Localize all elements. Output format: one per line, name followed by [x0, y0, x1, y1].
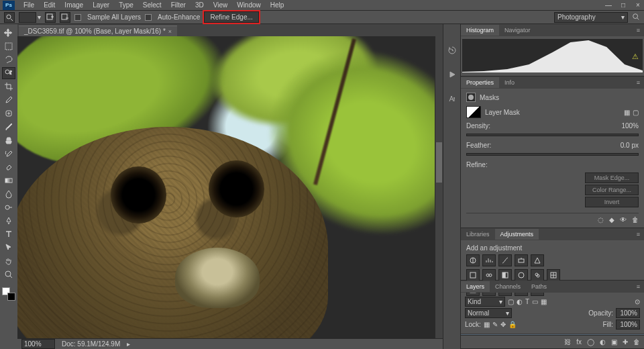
- path-selection-tool[interactable]: [2, 242, 15, 254]
- search-icon[interactable]: [632, 13, 640, 22]
- vector-mask-icon[interactable]: ▢: [633, 109, 639, 116]
- fill-value[interactable]: 100%: [616, 319, 640, 330]
- black-white-icon[interactable]: [498, 269, 512, 281]
- actions-panel-icon[interactable]: [446, 68, 458, 81]
- density-value[interactable]: 100%: [621, 122, 639, 130]
- adjustments-tab[interactable]: Adjustments: [495, 229, 539, 240]
- menu-window[interactable]: Window: [232, 0, 266, 11]
- menu-layer[interactable]: Layer: [88, 0, 114, 11]
- menu-edit[interactable]: Edit: [39, 0, 60, 11]
- hue-saturation-icon[interactable]: [466, 269, 480, 281]
- channel-mixer-icon[interactable]: [531, 269, 544, 281]
- photo-filter-icon[interactable]: [515, 269, 528, 281]
- layer-mask-thumb[interactable]: [466, 106, 481, 118]
- dodge-tool[interactable]: [2, 201, 15, 213]
- background-color[interactable]: [7, 293, 15, 301]
- zoom-level[interactable]: 100%: [21, 339, 55, 349]
- vibrance-icon[interactable]: [531, 254, 544, 266]
- menu-file[interactable]: File: [19, 0, 39, 11]
- info-tab[interactable]: Info: [499, 77, 520, 88]
- paths-tab[interactable]: Paths: [526, 281, 552, 292]
- menu-select[interactable]: Select: [138, 0, 166, 11]
- filter-adjust-icon[interactable]: ◐: [517, 298, 523, 305]
- eraser-tool[interactable]: [2, 161, 15, 173]
- menu-3d[interactable]: 3D: [191, 0, 209, 11]
- density-slider[interactable]: [466, 134, 639, 136]
- character-panel-icon[interactable]: [446, 93, 458, 105]
- brightness-contrast-icon[interactable]: [466, 254, 480, 266]
- libraries-tab[interactable]: Libraries: [461, 229, 495, 240]
- scrollbar-thumb[interactable]: [436, 142, 442, 183]
- close-tab-icon[interactable]: ×: [168, 28, 172, 35]
- apply-mask-icon[interactable]: ◆: [609, 216, 614, 223]
- panel-menu-icon[interactable]: ≡: [633, 281, 644, 292]
- workspace-selector[interactable]: Photography▾: [554, 12, 628, 23]
- type-tool[interactable]: [2, 228, 15, 240]
- tool-preset-picker[interactable]: [4, 12, 15, 23]
- load-selection-icon[interactable]: ◌: [598, 216, 604, 223]
- layers-tab[interactable]: Layers: [461, 281, 490, 292]
- feather-slider[interactable]: [466, 153, 639, 156]
- menu-help[interactable]: Help: [266, 0, 289, 11]
- quick-selection-tool[interactable]: [2, 67, 15, 79]
- levels-icon[interactable]: [482, 254, 496, 266]
- menu-type[interactable]: Type: [114, 0, 138, 11]
- auto-enhance-checkbox[interactable]: [145, 14, 152, 21]
- canvas-area[interactable]: [17, 36, 443, 338]
- sample-all-layers-checkbox[interactable]: [74, 14, 81, 21]
- chevron-right-icon[interactable]: ▸: [127, 340, 130, 348]
- panel-menu-icon[interactable]: ≡: [633, 229, 644, 240]
- subtract-from-selection-icon[interactable]: [60, 12, 70, 23]
- maximize-icon[interactable]: □: [619, 1, 628, 9]
- layer-filter-kind[interactable]: Kind▾: [465, 297, 505, 307]
- pixel-mask-icon[interactable]: ▦: [624, 109, 630, 116]
- history-brush-tool[interactable]: [2, 148, 15, 160]
- refine-edge-button[interactable]: Refine Edge...: [204, 11, 258, 23]
- cache-warning-icon[interactable]: ⚠: [632, 52, 639, 61]
- marquee-tool[interactable]: [2, 40, 15, 52]
- properties-tab[interactable]: Properties: [461, 77, 499, 88]
- vertical-scrollbar[interactable]: [435, 36, 443, 338]
- new-group-icon[interactable]: ▣: [611, 338, 617, 346]
- channels-tab[interactable]: Channels: [490, 281, 526, 292]
- brush-tool[interactable]: [2, 121, 15, 133]
- filter-smart-icon[interactable]: ▦: [541, 298, 547, 305]
- curves-icon[interactable]: [498, 254, 512, 266]
- navigator-tab[interactable]: Navigator: [499, 25, 536, 36]
- lasso-tool[interactable]: [2, 54, 15, 66]
- delete-layer-icon[interactable]: 🗑: [633, 338, 640, 346]
- filter-shape-icon[interactable]: ▭: [532, 298, 538, 305]
- crop-tool[interactable]: [2, 81, 15, 93]
- add-to-selection-icon[interactable]: [45, 12, 56, 23]
- invert-button[interactable]: Invert: [585, 197, 639, 207]
- filter-type-icon[interactable]: T: [525, 298, 529, 305]
- color-range-button[interactable]: Color Range...: [585, 185, 639, 195]
- panel-menu-icon[interactable]: ≡: [633, 77, 644, 88]
- disable-mask-icon[interactable]: 👁: [620, 216, 627, 223]
- layer-style-icon[interactable]: fx: [576, 338, 582, 346]
- filter-toggle[interactable]: ⊙: [635, 298, 640, 305]
- history-panel-icon[interactable]: [446, 44, 458, 56]
- blur-tool[interactable]: [2, 188, 15, 200]
- exposure-icon[interactable]: [515, 254, 528, 266]
- minimize-icon[interactable]: —: [604, 1, 613, 9]
- lock-image-icon[interactable]: ✎: [492, 321, 498, 328]
- clone-stamp-tool[interactable]: [2, 134, 15, 146]
- gradient-tool[interactable]: [2, 174, 15, 187]
- eyedropper-tool[interactable]: [2, 94, 15, 106]
- new-layer-icon[interactable]: ✚: [623, 338, 628, 346]
- delete-mask-icon[interactable]: 🗑: [632, 216, 639, 223]
- histogram-tab[interactable]: Histogram: [461, 25, 499, 36]
- lock-position-icon[interactable]: ✥: [500, 321, 506, 328]
- zoom-tool[interactable]: [2, 268, 15, 281]
- color-lookup-icon[interactable]: [547, 269, 560, 281]
- blend-mode-select[interactable]: Normal▾: [465, 308, 512, 318]
- mask-edge-button[interactable]: Mask Edge...: [585, 172, 639, 183]
- new-fill-adjust-icon[interactable]: ◐: [600, 338, 606, 346]
- menu-view[interactable]: View: [209, 0, 233, 11]
- panel-menu-icon[interactable]: ≡: [633, 25, 644, 36]
- lock-transparency-icon[interactable]: ▦: [484, 321, 490, 328]
- add-mask-icon[interactable]: ◯: [587, 338, 594, 346]
- move-tool[interactable]: [2, 27, 15, 39]
- menu-image[interactable]: Image: [60, 0, 88, 11]
